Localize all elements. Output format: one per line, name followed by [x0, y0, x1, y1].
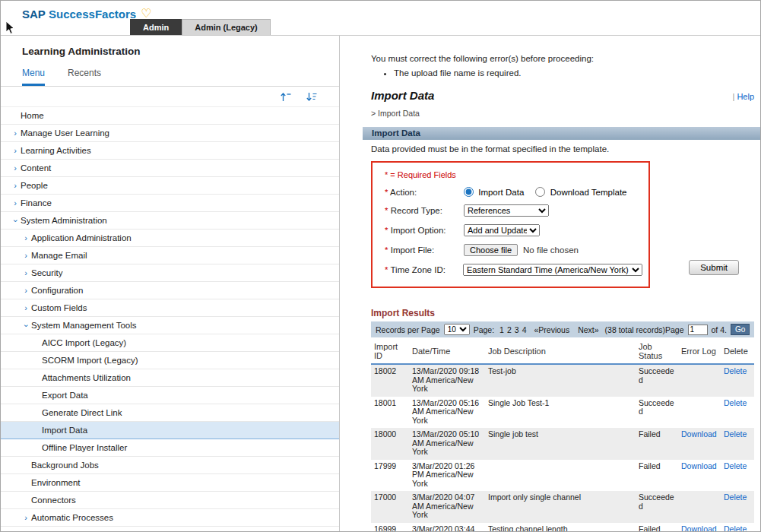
- download-link[interactable]: Download: [681, 524, 717, 532]
- sidebar-item-label: Background Jobs: [31, 461, 99, 470]
- sidebar-item-finance[interactable]: ›Finance: [1, 195, 339, 212]
- chevron-right-icon[interactable]: ›: [10, 199, 21, 207]
- sidebar-sort-row: [1, 87, 339, 106]
- sort-descending-icon[interactable]: [306, 92, 318, 102]
- sidebar-item-automatic-processes[interactable]: ›Automatic Processes: [1, 509, 339, 527]
- sidebar-item-people[interactable]: ›People: [1, 177, 339, 195]
- sort-ascending-icon[interactable]: [280, 92, 292, 102]
- sidebar-item-label: Configuration: [31, 286, 83, 295]
- col-import-id: Import ID: [371, 339, 409, 364]
- next-link[interactable]: Next»: [578, 325, 598, 334]
- table-row: 1800013/Mar/2020 05:10 AM America/New Yo…: [371, 428, 754, 460]
- chevron-down-icon[interactable]: ›: [22, 320, 30, 331]
- chevron-right-icon[interactable]: ›: [21, 252, 31, 260]
- delete-link[interactable]: Delete: [724, 524, 747, 532]
- cell-error-log: Download: [678, 523, 721, 532]
- sidebar-item-scorm-import-legacy[interactable]: SCORM Import (Legacy): [1, 352, 339, 369]
- sidebar-item-manage-user-learning[interactable]: ›Manage User Learning: [1, 125, 339, 142]
- help-link[interactable]: Help: [737, 92, 754, 101]
- import-option-row: * Import Option: Add and Update: [385, 224, 642, 236]
- previous-link[interactable]: «Previous: [534, 325, 569, 334]
- chevron-right-icon[interactable]: ›: [21, 269, 31, 277]
- sidebar-item-export-data[interactable]: Export Data: [1, 387, 339, 404]
- sidebar-item-label: Home: [21, 111, 44, 120]
- download-link[interactable]: Download: [681, 461, 717, 470]
- delete-link[interactable]: Delete: [724, 492, 747, 502]
- sidebar-item-offline-player-installer[interactable]: Offline Player Installer: [1, 439, 339, 457]
- page-numbers: 1234: [498, 325, 528, 334]
- cell-date-time: 13/Mar/2020 05:16 AM America/New York: [409, 397, 485, 429]
- sidebar-item-system-management-tools[interactable]: ›System Management Tools: [1, 317, 339, 334]
- help-area: | Help: [732, 92, 754, 101]
- sidebar-item-application-administration[interactable]: ›Application Administration: [1, 230, 339, 247]
- radio-import-data-label: Import Data: [478, 188, 524, 197]
- chevron-right-icon[interactable]: ›: [10, 129, 21, 138]
- delete-link[interactable]: Delete: [724, 461, 747, 470]
- cell-import-id: 18002: [371, 364, 409, 397]
- radio-download-template[interactable]: [535, 187, 545, 197]
- radio-import-data[interactable]: [464, 187, 474, 197]
- choose-file-button[interactable]: Choose file: [464, 244, 518, 256]
- sidebar: Learning Administration Menu Recents Hom…: [1, 36, 340, 531]
- cell-job-status: Succeeded: [636, 397, 678, 429]
- tab-admin-legacy[interactable]: Admin (Legacy): [182, 19, 271, 35]
- tab-menu[interactable]: Menu: [22, 68, 45, 86]
- sidebar-item-learning-activities[interactable]: ›Learning Activities: [1, 142, 339, 160]
- chevron-right-icon[interactable]: ›: [21, 234, 31, 242]
- sidebar-item-system-administration[interactable]: ›System Administration: [1, 212, 339, 230]
- sidebar-item-environment[interactable]: Environment: [1, 474, 339, 492]
- sidebar-item-configuration[interactable]: ›Configuration: [1, 282, 339, 299]
- sidebar-item-label: Attachments Utilization: [42, 373, 131, 382]
- sidebar-item-attachments-utilization[interactable]: Attachments Utilization: [1, 369, 339, 387]
- chevron-right-icon[interactable]: ›: [10, 164, 21, 173]
- delete-link[interactable]: Delete: [724, 366, 747, 375]
- section-header: Import Data: [363, 127, 760, 140]
- chevron-down-icon[interactable]: ›: [11, 215, 20, 226]
- page-jump-input[interactable]: [688, 325, 708, 335]
- sidebar-item-home[interactable]: Home: [1, 107, 339, 125]
- sidebar-item-import-data[interactable]: Import Data: [1, 422, 339, 439]
- sidebar-item-background-jobs[interactable]: Background Jobs: [1, 457, 339, 474]
- delete-link[interactable]: Delete: [724, 429, 747, 439]
- sidebar-item-label: Export Data: [42, 391, 88, 400]
- records-per-page-select[interactable]: 10: [444, 324, 470, 335]
- action-row: * Action: Import Data Download Template: [385, 187, 642, 197]
- page-number-4[interactable]: 4: [522, 325, 527, 334]
- go-button[interactable]: Go: [731, 324, 750, 335]
- sidebar-item-manage-email[interactable]: ›Manage Email: [1, 247, 339, 264]
- sidebar-item-label: System Management Tools: [31, 321, 137, 330]
- sidebar-item-aicc-import-legacy[interactable]: AICC Import (Legacy): [1, 334, 339, 352]
- page-number-1[interactable]: 1: [499, 325, 504, 334]
- page-of-label: of 4.: [712, 325, 727, 334]
- action-label: * Action:: [385, 188, 464, 197]
- sidebar-item-security[interactable]: ›Security: [1, 264, 339, 282]
- table-row: 170003/Mar/2020 04:07 AM America/New Yor…: [371, 491, 754, 523]
- sidebar-item-content[interactable]: ›Content: [1, 160, 339, 177]
- page-number-2[interactable]: 2: [507, 325, 512, 334]
- import-option-label: * Import Option:: [385, 226, 464, 235]
- cell-delete: Delete: [721, 491, 754, 523]
- sidebar-item-connectors[interactable]: Connectors: [1, 492, 339, 509]
- cell-date-time: 13/Mar/2020 05:10 AM America/New York: [409, 428, 485, 460]
- chevron-right-icon[interactable]: ›: [21, 287, 31, 295]
- sidebar-item-generate-direct-link[interactable]: Generate Direct Link: [1, 404, 339, 422]
- download-link[interactable]: Download: [681, 429, 717, 439]
- cell-date-time: 3/Mar/2020 01:26 PM America/New York: [409, 460, 485, 492]
- record-type-select[interactable]: References: [464, 204, 549, 217]
- required-fields-note: * = Required Fields: [385, 170, 642, 179]
- tab-admin[interactable]: Admin: [130, 19, 182, 35]
- sidebar-item-custom-fields[interactable]: ›Custom Fields: [1, 299, 339, 317]
- import-option-select[interactable]: Add and Update: [464, 224, 540, 236]
- main-content: You must correct the following error(s) …: [340, 36, 760, 531]
- cell-delete: Delete: [721, 428, 754, 460]
- chevron-right-icon[interactable]: ›: [21, 304, 31, 312]
- sidebar-item-label: Import Data: [42, 426, 87, 435]
- timezone-select[interactable]: Eastern Standard Time (America/New York): [463, 264, 642, 276]
- page-number-3[interactable]: 3: [515, 325, 519, 334]
- chevron-right-icon[interactable]: ›: [10, 147, 21, 155]
- tab-recents[interactable]: Recents: [68, 68, 101, 86]
- chevron-right-icon[interactable]: ›: [10, 182, 21, 190]
- submit-button[interactable]: Submit: [689, 260, 739, 275]
- delete-link[interactable]: Delete: [724, 398, 747, 407]
- chevron-right-icon[interactable]: ›: [21, 514, 31, 522]
